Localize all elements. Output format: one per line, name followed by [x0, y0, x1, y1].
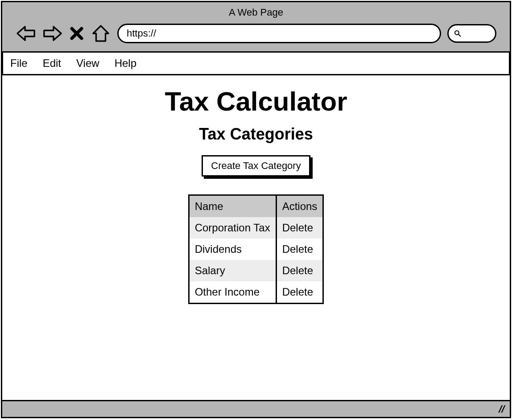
table-row: Dividends Delete	[190, 239, 323, 260]
app-title: Tax Calculator	[165, 86, 347, 117]
tax-category-table: Name Actions Corporation Tax Delete Divi…	[188, 194, 324, 304]
menu-view[interactable]: View	[76, 57, 99, 70]
page-content: Tax Calculator Tax Categories Create Tax…	[2, 75, 510, 400]
menubar: File Edit View Help	[2, 53, 510, 75]
window-title: A Web Page	[2, 5, 510, 21]
table-row: Corporation Tax Delete	[190, 217, 323, 239]
stop-button[interactable]	[69, 24, 84, 43]
col-header-actions: Actions	[276, 196, 322, 217]
arrow-left-icon	[16, 25, 36, 42]
cell-name: Dividends	[190, 239, 276, 260]
home-button[interactable]	[91, 24, 111, 43]
back-button[interactable]	[16, 24, 36, 43]
x-icon	[70, 27, 83, 40]
menu-file[interactable]: File	[10, 57, 28, 70]
url-text: https://	[127, 28, 156, 39]
delete-link[interactable]: Delete	[276, 260, 322, 281]
search-button[interactable]	[447, 24, 496, 43]
menu-edit[interactable]: Edit	[43, 57, 61, 70]
delete-link[interactable]: Delete	[276, 239, 322, 260]
browser-toolbar: https://	[2, 21, 510, 43]
table-row: Salary Delete	[190, 260, 323, 281]
statusbar: //	[2, 400, 510, 417]
menu-help[interactable]: Help	[115, 57, 136, 70]
delete-link[interactable]: Delete	[276, 281, 322, 303]
browser-chrome: A Web Page	[2, 2, 510, 53]
cell-name: Corporation Tax	[190, 217, 276, 239]
browser-window: A Web Page	[1, 1, 511, 418]
arrow-right-icon	[42, 25, 63, 42]
create-tax-category-button[interactable]: Create Tax Category	[202, 155, 310, 177]
url-bar[interactable]: https://	[117, 24, 441, 43]
search-icon	[454, 30, 461, 37]
section-title: Tax Categories	[199, 125, 313, 144]
resize-grip-icon[interactable]: //	[497, 404, 506, 415]
col-header-name: Name	[190, 196, 276, 217]
forward-button[interactable]	[42, 24, 63, 43]
home-icon	[91, 24, 110, 43]
table-row: Other Income Delete	[190, 281, 323, 303]
cell-name: Other Income	[190, 281, 276, 303]
svg-line-1	[458, 34, 460, 36]
cell-name: Salary	[190, 260, 276, 281]
delete-link[interactable]: Delete	[276, 217, 322, 239]
